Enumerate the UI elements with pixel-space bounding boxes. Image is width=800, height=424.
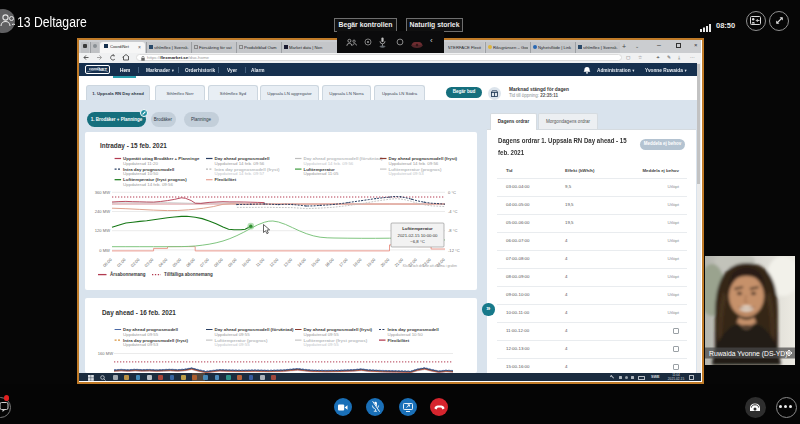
svg-text:02:00: 02:00 bbox=[130, 257, 141, 268]
svg-text:Uppdaterad 09:55: Uppdaterad 09:55 bbox=[215, 332, 251, 337]
svg-text:Uppdaterad 14 feb. 09:56: Uppdaterad 14 feb. 09:56 bbox=[304, 161, 354, 166]
svg-text:20:00: 20:00 bbox=[379, 257, 390, 268]
svg-text:Uppdaterad 09:55: Uppdaterad 09:55 bbox=[123, 332, 159, 337]
svg-text:-4 °C: -4 °C bbox=[448, 209, 457, 214]
svg-text:Årsabonnemang: Årsabonnemang bbox=[110, 271, 146, 277]
svg-text:Uppdaterad 09:53: Uppdaterad 09:53 bbox=[389, 171, 425, 176]
svg-text:120 MW: 120 MW bbox=[95, 228, 110, 233]
svg-text:11:00: 11:00 bbox=[255, 257, 266, 268]
svg-text:0 MW: 0 MW bbox=[99, 248, 110, 253]
svg-text:10:00: 10:00 bbox=[241, 257, 252, 268]
svg-text:13:00: 13:00 bbox=[282, 257, 293, 268]
svg-text:14:00: 14:00 bbox=[296, 257, 307, 268]
svg-text:03:00: 03:00 bbox=[144, 257, 155, 268]
svg-text:Uppdaterad 09:55: Uppdaterad 09:55 bbox=[215, 342, 251, 347]
svg-text:Flexibilitet: Flexibilitet bbox=[388, 338, 410, 343]
svg-text:Uppdaterad 14 feb. 09:56: Uppdaterad 14 feb. 09:56 bbox=[389, 161, 439, 166]
svg-text:Uppdaterad 14 feb. 09:56: Uppdaterad 14 feb. 09:56 bbox=[123, 182, 173, 187]
svg-text:−6,8 °C: −6,8 °C bbox=[410, 239, 425, 244]
svg-text:Flexibilitet: Flexibilitet bbox=[215, 177, 237, 182]
svg-text:Uppdaterad 09:55: Uppdaterad 09:55 bbox=[304, 332, 340, 337]
svg-text:15:00: 15:00 bbox=[310, 257, 321, 268]
svg-text:Klicka och dra för att zooma i: Klicka och dra för att zooma i grafen bbox=[403, 264, 457, 268]
svg-text:-8 °C: -8 °C bbox=[448, 228, 457, 233]
svg-text:16:00: 16:00 bbox=[324, 257, 335, 268]
svg-text:160 MW: 160 MW bbox=[98, 351, 113, 356]
svg-text:Uppdaterad 11:20: Uppdaterad 11:20 bbox=[123, 161, 158, 166]
svg-text:-12 °C: -12 °C bbox=[448, 248, 460, 253]
svg-text:06:00: 06:00 bbox=[185, 257, 196, 268]
svg-text:19:00: 19:00 bbox=[366, 257, 377, 268]
svg-text:Uppdaterad 10:50: Uppdaterad 10:50 bbox=[123, 171, 159, 176]
svg-text:18:00: 18:00 bbox=[352, 257, 363, 268]
svg-text:17:00: 17:00 bbox=[338, 257, 349, 268]
svg-text:00:00: 00:00 bbox=[102, 257, 113, 268]
svg-text:Ruwaida Yvonne (DS-YD): Ruwaida Yvonne (DS-YD) bbox=[709, 350, 787, 358]
svg-text:04:00: 04:00 bbox=[157, 257, 168, 268]
svg-text:2021-02-15 10:00:00: 2021-02-15 10:00:00 bbox=[398, 233, 439, 238]
svg-text:12:00: 12:00 bbox=[268, 257, 279, 268]
svg-text:360 MW: 360 MW bbox=[95, 190, 110, 195]
svg-text:Uppdaterad 10:50: Uppdaterad 10:50 bbox=[388, 332, 424, 337]
svg-text:07:00: 07:00 bbox=[199, 257, 210, 268]
svg-text:Lufttemperatur: Lufttemperatur bbox=[402, 226, 433, 231]
svg-text:Day ahead - 16 feb. 2021: Day ahead - 16 feb. 2021 bbox=[102, 309, 176, 317]
svg-text:08:00: 08:00 bbox=[213, 257, 224, 268]
svg-text:Uppdaterad 11:05: Uppdaterad 11:05 bbox=[304, 171, 339, 176]
svg-text:Uppdaterad 14 feb. 09:57: Uppdaterad 14 feb. 09:57 bbox=[215, 171, 265, 176]
svg-text:09:00: 09:00 bbox=[227, 257, 238, 268]
svg-text:Intraday - 15 feb. 2021: Intraday - 15 feb. 2021 bbox=[100, 142, 167, 150]
svg-text:0 °C: 0 °C bbox=[448, 190, 456, 195]
svg-text:05:00: 05:00 bbox=[171, 257, 182, 268]
svg-text:Uppdaterad 09:55: Uppdaterad 09:55 bbox=[304, 342, 340, 347]
svg-text:01:00: 01:00 bbox=[116, 257, 127, 268]
svg-text:Uppdaterad 14 feb. 09:56: Uppdaterad 14 feb. 09:56 bbox=[215, 161, 265, 166]
svg-text:Tillfälliga abonnemang: Tillfälliga abonnemang bbox=[164, 272, 213, 277]
svg-text:Uppdaterad 09:53: Uppdaterad 09:53 bbox=[123, 342, 159, 347]
svg-text:240 MW: 240 MW bbox=[95, 209, 110, 214]
